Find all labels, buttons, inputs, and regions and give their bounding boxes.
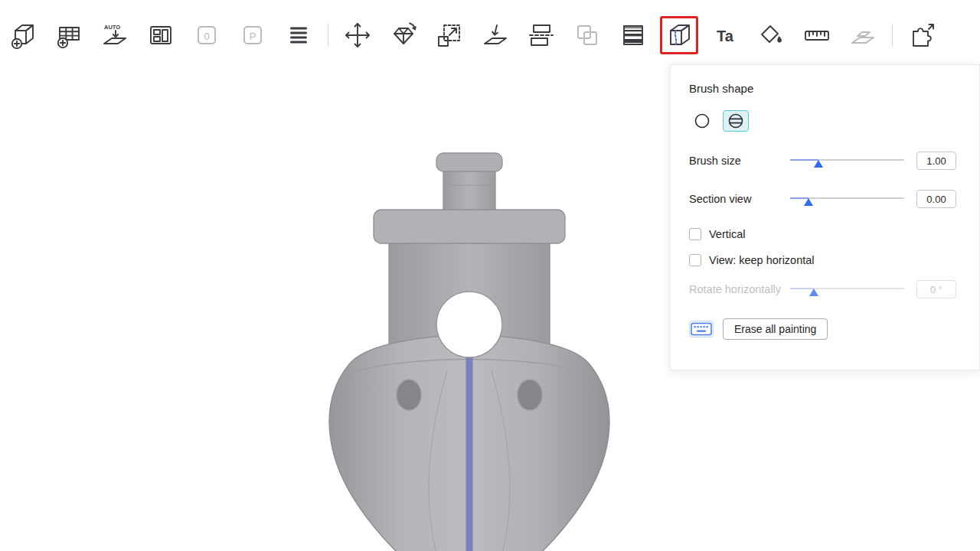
measure-icon [802, 20, 832, 51]
brush-shape-sphere-button[interactable] [723, 110, 749, 132]
brush-size-label: Brush size [689, 155, 790, 167]
arrange-button[interactable] [144, 18, 178, 52]
text-tool-icon: Ta [710, 20, 740, 51]
boat-model [320, 150, 619, 551]
rotate-horizontally-row: Rotate horizontally 0 ° [689, 280, 956, 298]
auto-orient-icon: AUTO [100, 20, 130, 51]
auto-orient-button[interactable]: AUTO [98, 18, 132, 52]
add-plate-icon [54, 20, 84, 51]
svg-text:P: P [250, 31, 256, 42]
color-painting-button[interactable] [754, 18, 788, 52]
add-object-button[interactable] [6, 18, 40, 52]
rotate-horizontally-value: 0 ° [916, 280, 956, 298]
plugin-icon [906, 20, 937, 51]
porthole-left [397, 380, 421, 410]
brush-size-slider-thumb[interactable] [814, 160, 823, 168]
plate-p-button: P [236, 18, 270, 52]
variable-layer-height-icon [618, 20, 648, 51]
keep-horizontal-checkbox-label: View: keep horizontal [709, 254, 815, 266]
plugin-button[interactable] [905, 18, 939, 52]
toolbar-separator [892, 24, 893, 47]
layers-icon [283, 20, 314, 51]
cabin-window [436, 292, 502, 357]
section-view-value[interactable]: 0.00 [916, 190, 956, 208]
layers-button[interactable] [282, 18, 315, 52]
keep-horizontal-checkbox-row[interactable]: View: keep horizontal [689, 254, 956, 266]
rotate-button[interactable] [387, 18, 420, 52]
keyboard-icon [691, 322, 712, 336]
keep-horizontal-checkbox[interactable] [689, 254, 701, 266]
scale-icon [434, 20, 465, 51]
mesh-boolean-button [570, 18, 604, 52]
variable-layer-height-button[interactable] [616, 18, 650, 52]
section-view-slider-thumb[interactable] [804, 198, 813, 206]
brush-shape-circle-button[interactable] [689, 110, 715, 132]
place-on-face-icon [480, 20, 511, 51]
cut-icon [526, 20, 557, 51]
brush-size-value[interactable]: 1.00 [916, 152, 956, 170]
erase-all-painting-button[interactable]: Erase all painting [723, 318, 828, 340]
panel-bottom-row: Erase all painting [689, 318, 956, 340]
arrange-icon [145, 20, 176, 51]
svg-text:Ta: Ta [717, 28, 734, 44]
place-on-face-button[interactable] [479, 18, 512, 52]
circle-brush-icon [692, 112, 712, 130]
toolbar-separator [328, 24, 328, 47]
keyboard-shortcut-button[interactable] [689, 321, 714, 337]
section-view-slider[interactable] [790, 191, 904, 207]
brush-shape-options [689, 110, 956, 132]
seam-painting-panel: Brush shape Brush size 1.00 Section view [670, 64, 980, 370]
vertical-checkbox[interactable] [689, 228, 701, 240]
plate-0-icon: 0 [191, 20, 222, 51]
porthole-right [518, 380, 542, 410]
plate-0-button: 0 [190, 18, 224, 52]
section-view-row: Section view 0.00 [689, 190, 956, 208]
svg-text:0: 0 [204, 31, 209, 42]
plate-p-icon: P [237, 20, 268, 51]
rotate-horizontally-label: Rotate horizontally [689, 283, 790, 295]
mesh-boolean-icon [572, 20, 603, 51]
seam-painting-button[interactable] [662, 18, 696, 52]
measure-button[interactable] [800, 18, 834, 52]
assembly-icon [848, 20, 878, 51]
assembly-button [846, 18, 880, 52]
text-tool-button[interactable]: Ta [708, 18, 742, 52]
color-painting-icon [756, 20, 786, 51]
svg-text:AUTO: AUTO [104, 24, 120, 31]
vertical-checkbox-label: Vertical [709, 228, 746, 240]
seam-painting-icon [664, 20, 694, 51]
brush-size-row: Brush size 1.00 [689, 152, 956, 170]
cut-button[interactable] [524, 18, 558, 52]
brush-size-slider[interactable] [790, 153, 904, 168]
add-plate-button[interactable] [52, 18, 86, 52]
panel-title: Brush shape [689, 82, 956, 95]
rotate-horizontally-slider [790, 282, 904, 297]
scale-button[interactable] [433, 18, 466, 52]
move-icon [342, 20, 373, 51]
funnel [436, 153, 502, 211]
add-object-icon [8, 20, 38, 51]
rotate-icon [388, 20, 419, 51]
vertical-checkbox-row[interactable]: Vertical [689, 228, 956, 240]
move-button[interactable] [341, 18, 374, 52]
sphere-brush-icon [726, 112, 746, 130]
section-view-label: Section view [689, 193, 790, 205]
top-toolbar: AUTO 0 P [6, 18, 939, 52]
rotate-horizontally-slider-thumb [809, 289, 818, 296]
